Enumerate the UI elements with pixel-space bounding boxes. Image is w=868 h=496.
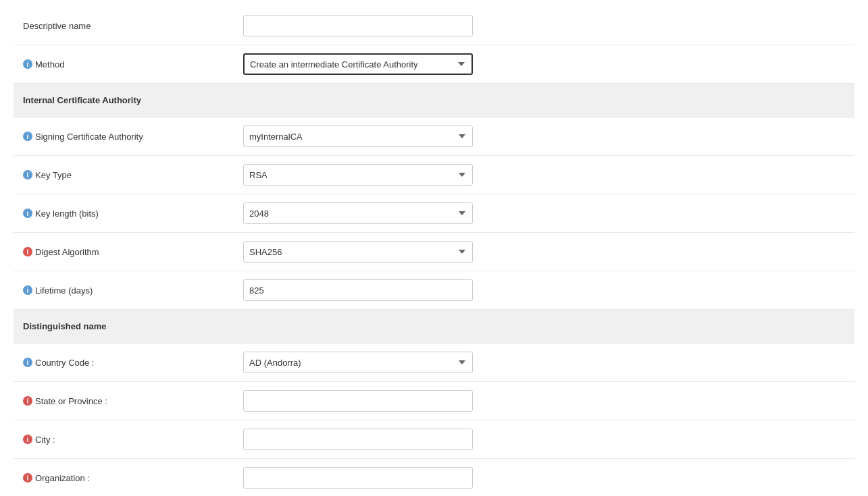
lifetime-label: Lifetime (days) bbox=[35, 285, 93, 296]
organization-input-col bbox=[243, 467, 854, 489]
internal-ca-title: Internal Certificate Authority bbox=[23, 95, 141, 105]
lifetime-input-col bbox=[243, 279, 854, 301]
distinguished-name-title: Distinguished name bbox=[23, 321, 107, 331]
organization-input[interactable] bbox=[243, 467, 473, 489]
signing-ca-select[interactable]: myInternalCA bbox=[243, 126, 473, 147]
key-length-select[interactable]: 1024 2048 4096 bbox=[243, 202, 473, 224]
method-row: i Method Create an intermediate Certific… bbox=[14, 45, 854, 84]
lifetime-row: i Lifetime (days) bbox=[14, 271, 854, 310]
country-code-label: Country Code : bbox=[35, 358, 94, 368]
country-code-row: i Country Code : AD (Andorra) US (United… bbox=[14, 343, 854, 382]
digest-algorithm-row: i Digest Algorithm SHA1 SHA256 SHA384 SH… bbox=[14, 233, 854, 271]
key-type-info-icon[interactable]: i bbox=[23, 170, 32, 180]
lifetime-label-col: i Lifetime (days) bbox=[14, 285, 243, 296]
signing-ca-label: Signing Certificate Authority bbox=[35, 132, 143, 142]
descriptive-name-text: Descriptive name bbox=[23, 21, 91, 31]
method-label-col: i Method bbox=[14, 59, 243, 70]
method-select[interactable]: Create an intermediate Certificate Autho… bbox=[243, 53, 473, 75]
country-code-input-col: AD (Andorra) US (United States) GB (Unit… bbox=[243, 352, 854, 373]
key-length-input-col: 1024 2048 4096 bbox=[243, 202, 854, 224]
city-row: i City : bbox=[14, 420, 854, 459]
key-length-label-col: i Key length (bits) bbox=[14, 209, 243, 219]
state-input[interactable] bbox=[243, 390, 473, 412]
lifetime-input[interactable] bbox=[243, 279, 473, 301]
city-label-col: i City : bbox=[14, 435, 243, 445]
digest-algorithm-label: Digest Algorithm bbox=[35, 247, 99, 257]
form-wrapper: Descriptive name i Method Create an inte… bbox=[0, 0, 868, 496]
organization-label-col: i Organization : bbox=[14, 473, 243, 483]
state-row: i State or Province : bbox=[14, 382, 854, 420]
country-code-select[interactable]: AD (Andorra) US (United States) GB (Unit… bbox=[243, 352, 473, 373]
country-code-info-icon[interactable]: i bbox=[23, 358, 32, 367]
method-input-col: Create an intermediate Certificate Autho… bbox=[243, 53, 854, 75]
method-info-icon[interactable]: i bbox=[23, 59, 32, 69]
lifetime-info-icon[interactable]: i bbox=[23, 285, 32, 295]
digest-algorithm-info-icon[interactable]: i bbox=[23, 247, 32, 256]
key-length-row: i Key length (bits) 1024 2048 4096 bbox=[14, 194, 854, 233]
digest-algorithm-input-col: SHA1 SHA256 SHA384 SHA512 bbox=[243, 241, 854, 263]
key-length-info-icon[interactable]: i bbox=[23, 209, 32, 218]
organization-row: i Organization : bbox=[14, 459, 854, 496]
signing-ca-input-col: myInternalCA bbox=[243, 126, 854, 147]
digest-algorithm-select[interactable]: SHA1 SHA256 SHA384 SHA512 bbox=[243, 241, 473, 263]
state-info-icon[interactable]: i bbox=[23, 396, 32, 406]
internal-ca-section-header: Internal Certificate Authority bbox=[14, 84, 854, 117]
country-code-label-col: i Country Code : bbox=[14, 358, 243, 368]
state-input-col bbox=[243, 390, 854, 412]
key-type-row: i Key Type RSA ECDSA bbox=[14, 156, 854, 194]
city-label: City : bbox=[35, 435, 55, 445]
descriptive-name-row: Descriptive name bbox=[14, 7, 854, 45]
key-type-input-col: RSA ECDSA bbox=[243, 164, 854, 186]
organization-info-icon[interactable]: i bbox=[23, 473, 32, 483]
city-input[interactable] bbox=[243, 429, 473, 450]
signing-ca-info-icon[interactable]: i bbox=[23, 132, 32, 141]
descriptive-name-input-col bbox=[243, 15, 854, 36]
key-type-label: Key Type bbox=[35, 170, 72, 180]
state-label-col: i State or Province : bbox=[14, 396, 243, 406]
distinguished-name-section-header: Distinguished name bbox=[14, 310, 854, 343]
key-type-select[interactable]: RSA ECDSA bbox=[243, 164, 473, 186]
city-input-col bbox=[243, 429, 854, 450]
method-label: Method bbox=[35, 59, 64, 70]
organization-label: Organization : bbox=[35, 473, 90, 483]
descriptive-name-label: Descriptive name bbox=[14, 21, 243, 31]
key-type-label-col: i Key Type bbox=[14, 170, 243, 180]
digest-algorithm-label-col: i Digest Algorithm bbox=[14, 247, 243, 257]
signing-ca-row: i Signing Certificate Authority myIntern… bbox=[14, 117, 854, 156]
key-length-label: Key length (bits) bbox=[35, 209, 99, 219]
state-label: State or Province : bbox=[35, 396, 107, 406]
descriptive-name-input[interactable] bbox=[243, 15, 473, 36]
page-container: Descriptive name i Method Create an inte… bbox=[0, 0, 868, 496]
signing-ca-label-col: i Signing Certificate Authority bbox=[14, 132, 243, 142]
city-info-icon[interactable]: i bbox=[23, 435, 32, 444]
